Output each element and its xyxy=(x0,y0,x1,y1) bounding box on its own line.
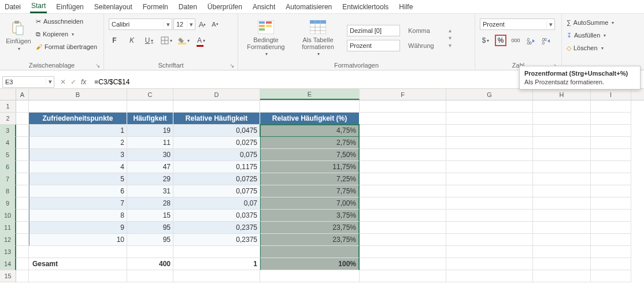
cell[interactable]: 7 xyxy=(29,197,127,210)
row-header[interactable]: 14 xyxy=(0,258,16,270)
cell[interactable] xyxy=(591,125,631,137)
cell[interactable]: 0,0275 xyxy=(173,137,260,149)
border-button[interactable]: ▾ xyxy=(161,35,172,46)
style-waehrung[interactable]: Währung xyxy=(408,42,443,49)
decrease-decimal-button[interactable]: .00.0 xyxy=(540,35,552,46)
increase-decimal-button[interactable]: .0.00 xyxy=(525,35,536,46)
cell[interactable]: 11 xyxy=(127,137,173,149)
cell[interactable]: 3,75% xyxy=(260,210,360,222)
cell[interactable] xyxy=(591,246,631,258)
cell[interactable] xyxy=(16,210,29,222)
row-header[interactable]: 11 xyxy=(0,222,16,234)
cell[interactable]: 0,07 xyxy=(173,197,260,210)
cell[interactable]: 95 xyxy=(127,234,173,246)
cell[interactable] xyxy=(446,258,533,270)
cell[interactable] xyxy=(446,113,533,125)
cell[interactable] xyxy=(533,222,591,234)
cell[interactable] xyxy=(16,246,29,258)
cut-button[interactable]: ✂ Ausschneiden xyxy=(36,15,97,28)
cell[interactable] xyxy=(29,246,127,258)
cell[interactable] xyxy=(533,185,591,197)
cell[interactable] xyxy=(533,125,591,137)
cell[interactable] xyxy=(360,234,446,246)
cell[interactable] xyxy=(260,270,360,282)
row-header[interactable]: 7 xyxy=(0,173,16,185)
cell[interactable] xyxy=(260,100,360,113)
cell[interactable]: 6 xyxy=(29,185,127,197)
cell[interactable]: 1 xyxy=(173,258,260,270)
cell[interactable]: 0,0475 xyxy=(173,125,260,137)
cell[interactable] xyxy=(360,173,446,185)
cell[interactable] xyxy=(446,270,533,282)
cell[interactable] xyxy=(16,161,29,173)
cell[interactable]: 9 xyxy=(29,222,127,234)
cell[interactable]: 0,2375 xyxy=(173,222,260,234)
dialog-launcher-icon[interactable]: ↘ xyxy=(228,62,235,69)
col-header-c[interactable]: C xyxy=(127,89,173,100)
cell[interactable] xyxy=(591,258,631,270)
cell[interactable]: 2,75% xyxy=(260,137,360,149)
cell[interactable]: 23,75% xyxy=(260,234,360,246)
style-prozent[interactable]: Prozent xyxy=(347,40,400,51)
cell[interactable]: 0,0725 xyxy=(173,173,260,185)
cell[interactable] xyxy=(446,100,533,113)
cell[interactable] xyxy=(16,125,29,137)
cell[interactable]: 400 xyxy=(127,258,173,270)
cell[interactable] xyxy=(533,173,591,185)
cell[interactable] xyxy=(591,222,631,234)
cell[interactable] xyxy=(533,137,591,149)
cell[interactable] xyxy=(446,210,533,222)
cell[interactable] xyxy=(360,258,446,270)
cell[interactable] xyxy=(16,222,29,234)
cell[interactable] xyxy=(446,185,533,197)
tab-hilfe[interactable]: Hilfe xyxy=(398,1,414,13)
col-header-g[interactable]: G xyxy=(446,89,533,100)
cell[interactable]: 100% xyxy=(260,258,360,270)
tab-daten[interactable]: Daten xyxy=(177,1,198,13)
cell[interactable] xyxy=(533,210,591,222)
cell[interactable] xyxy=(533,100,591,113)
cell[interactable] xyxy=(533,113,591,125)
cell[interactable] xyxy=(127,246,173,258)
accounting-button[interactable]: $▾ xyxy=(480,35,491,46)
conditional-format-button[interactable]: Bedingte Formatierung▾ xyxy=(243,17,289,59)
copy-button[interactable]: ⧉ Kopieren ▾ xyxy=(36,28,97,40)
cell[interactable] xyxy=(533,149,591,161)
style-dezimal[interactable]: Dezimal [0] xyxy=(347,25,400,36)
fill-color-button[interactable]: ▾ xyxy=(178,35,190,46)
cell[interactable] xyxy=(446,222,533,234)
row-header[interactable]: 6 xyxy=(0,161,16,173)
cell[interactable] xyxy=(16,185,29,197)
cell[interactable] xyxy=(591,161,631,173)
cell[interactable] xyxy=(360,210,446,222)
col-header-e[interactable]: E xyxy=(260,89,360,100)
cell[interactable] xyxy=(446,197,533,210)
cell[interactable] xyxy=(16,149,29,161)
autosum-button[interactable]: ∑ AutoSumme ▾ xyxy=(567,16,614,29)
cell[interactable]: 0,0775 xyxy=(173,185,260,197)
cell[interactable]: 15 xyxy=(127,210,173,222)
cell[interactable]: 4,75% xyxy=(260,125,360,137)
increase-font-icon[interactable]: A▴ xyxy=(197,18,208,30)
cell[interactable] xyxy=(591,173,631,185)
cell[interactable] xyxy=(591,197,631,210)
tab-ueberpruefen[interactable]: Überprüfen xyxy=(206,1,243,13)
row-header[interactable]: 12 xyxy=(0,234,16,246)
cell[interactable] xyxy=(29,270,127,282)
row-header[interactable]: 5 xyxy=(0,149,16,161)
cell[interactable]: 7,00% xyxy=(260,197,360,210)
cell[interactable] xyxy=(16,197,29,210)
cell[interactable]: 5 xyxy=(29,173,127,185)
cell[interactable]: 8 xyxy=(29,210,127,222)
dialog-launcher-icon[interactable]: ↘ xyxy=(94,62,101,69)
row-header[interactable]: 8 xyxy=(0,185,16,197)
cell[interactable] xyxy=(591,210,631,222)
cell[interactable]: 30 xyxy=(127,149,173,161)
cell[interactable] xyxy=(446,173,533,185)
cell[interactable]: 2 xyxy=(29,137,127,149)
col-header-f[interactable]: F xyxy=(360,89,446,100)
cell[interactable] xyxy=(591,270,631,282)
cell[interactable] xyxy=(16,100,29,113)
cell[interactable] xyxy=(591,137,631,149)
cell[interactable]: 0,2375 xyxy=(173,234,260,246)
